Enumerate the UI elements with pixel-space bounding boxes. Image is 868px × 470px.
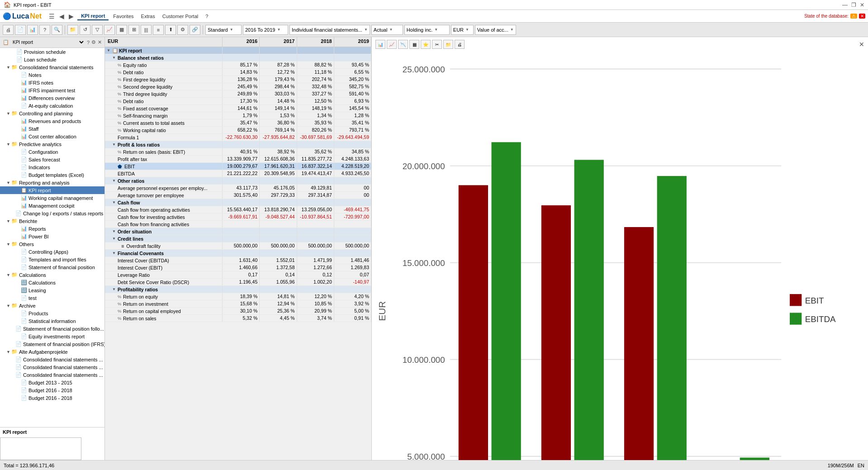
sidebar-footer-input[interactable] <box>0 437 81 460</box>
kpi-row-4-2[interactable]: Cash flow from financing activities <box>105 221 371 228</box>
sidebar-item-1[interactable]: 📄Loan schedule <box>0 56 104 63</box>
tree-toggle-29[interactable]: ▼ <box>6 273 10 277</box>
chart-tb-7[interactable]: 📁 <box>443 40 453 49</box>
chart-tb-3[interactable]: 📉 <box>398 40 408 49</box>
sidebar-item-19[interactable]: 📊Working capital management <box>0 194 104 202</box>
search-btn[interactable]: 🔍 <box>52 25 62 35</box>
sidebar-item-23[interactable]: 📊Reports <box>0 225 104 233</box>
kpi-row-3-0[interactable]: Average personnel expenses per employ...… <box>105 185 371 192</box>
sidebar-item-22[interactable]: ▼📁Berichte <box>0 217 104 225</box>
kpi-row-2-2[interactable]: ⬟EBIT19.000.279,6717.961.620,3116.837.32… <box>105 163 371 170</box>
kpi-row-4-0[interactable]: Cash flow from operating activities15.56… <box>105 206 371 214</box>
tb-table-btn[interactable]: ▦ <box>116 25 127 35</box>
minimize-btn[interactable]: — <box>842 2 848 8</box>
sidebar-item-11[interactable]: 📊Cost center allocation <box>0 133 104 140</box>
kpi-row-2-1[interactable]: Profit after tax13.339.909,7712.615.608,… <box>105 156 371 163</box>
sidebar-item-4[interactable]: 📊IFRS notes <box>0 79 104 86</box>
value-acc-dropdown[interactable]: Value of acc... ▼ <box>475 25 516 35</box>
help-btn[interactable]: ? <box>39 25 50 35</box>
sidebar-dropdown[interactable]: KPI report <box>11 39 85 45</box>
tree-toggle-25[interactable]: ▼ <box>6 242 10 247</box>
sidebar-item-41[interactable]: 📄Consolidated financial statements ... <box>0 363 104 371</box>
sidebar-item-32[interactable]: 📄test <box>0 294 104 302</box>
nav-fwd-btn[interactable]: ▶ <box>67 12 76 21</box>
tb-link-btn[interactable]: 🔗 <box>190 25 200 35</box>
kpi-section-toggle-1[interactable]: ▼ <box>112 56 116 60</box>
kpi-section-4[interactable]: ▼ Cash flow <box>105 199 371 206</box>
sidebar-settings-btn[interactable]: ⚙ <box>91 39 96 45</box>
kpi-section-5[interactable]: ▼ Order situation <box>105 228 371 235</box>
sidebar-item-26[interactable]: 📄Controlling (Apps) <box>0 248 104 256</box>
kpi-row-1-0[interactable]: %Equity ratio85,17 %87,28 %88,82 %93,45 … <box>105 62 371 69</box>
kpi-row-1-2[interactable]: %First degree liquidity136,28 %179,43 %2… <box>105 76 371 83</box>
kpi-row-8-1[interactable]: %Return on investment15,68 %12,94 %10,85… <box>105 300 371 308</box>
sidebar-item-5[interactable]: 📊IFRS impairment test <box>0 86 104 94</box>
sidebar-item-24[interactable]: 📊Power BI <box>0 233 104 240</box>
kpi-row-1-3[interactable]: %Second degree liquidity245,49 %298,44 %… <box>105 83 371 90</box>
holding-dropdown[interactable]: Holding inc. ▼ <box>404 25 450 35</box>
kpi-row-7-0[interactable]: Interest Cover (EBITDA)1.631,401.552,011… <box>105 257 371 264</box>
sidebar-item-7[interactable]: 📄At-equity calculation <box>0 102 104 109</box>
sidebar-item-38[interactable]: 📄Statement of financial position (IFRS) <box>0 340 104 348</box>
kpi-section-2[interactable]: ▼ Profit & loss ratios <box>105 141 371 148</box>
sidebar-item-16[interactable]: 📄Budget templates (Excel) <box>0 171 104 179</box>
sidebar-item-37[interactable]: 📄Equity investments report <box>0 332 104 340</box>
tree-toggle-17[interactable]: ▼ <box>6 180 10 185</box>
kpi-row-6-0[interactable]: ≡Overdraft facility500.000,00500.000,005… <box>105 242 371 250</box>
maximize-btn[interactable]: ❐ <box>851 2 856 8</box>
tree-toggle-39[interactable]: ▼ <box>6 350 10 354</box>
sidebar-item-10[interactable]: 📊Staff <box>0 125 104 133</box>
kpi-section-toggle-6[interactable]: ▼ <box>112 237 116 241</box>
kpi-row-7-2[interactable]: Leverage Ratio0,170,140,120,07 <box>105 271 371 279</box>
sidebar-item-25[interactable]: ▼📁Others <box>0 240 104 248</box>
kpi-section-toggle-7[interactable]: ▼ <box>112 251 116 255</box>
sidebar-item-2[interactable]: ▼📁Consolidated financial statements <box>0 63 104 71</box>
sidebar-item-28[interactable]: 📄Statement of financial position <box>0 263 104 271</box>
chart-tb-8[interactable]: 🖨 <box>455 40 465 49</box>
sidebar-item-45[interactable]: 📄Budget 2016 - 2018 <box>0 394 104 402</box>
sidebar-toggle[interactable]: ☰ <box>47 12 57 21</box>
kpi-row-2-0[interactable]: %Return on sales (basis: EBIT)40,91 %38,… <box>105 148 371 156</box>
tree-toggle-12[interactable]: ▼ <box>6 142 10 147</box>
kpi-row-3-1[interactable]: Average turnover per employee301.575,402… <box>105 192 371 199</box>
kpi-section-toggle-5[interactable]: ▼ <box>112 229 116 233</box>
sidebar-item-42[interactable]: 📄Consolidated financial statements ... <box>0 371 104 379</box>
kpi-section-toggle-4[interactable]: ▼ <box>112 200 116 204</box>
tb-chart-btn[interactable]: 📈 <box>104 25 115 35</box>
sidebar-item-34[interactable]: 📄Products <box>0 309 104 317</box>
chart-close-btn[interactable]: ✕ <box>859 41 864 48</box>
kpi-section-6[interactable]: ▼ Credit lines <box>105 235 371 242</box>
kpi-row-1-8[interactable]: %Current assets to total assets35,47 %36… <box>105 119 371 127</box>
tb-btn-2[interactable]: 📄 <box>15 25 26 35</box>
tree-toggle-2[interactable]: ▼ <box>6 65 10 70</box>
kpi-row-8-3[interactable]: %Return on sales5,32 %4,45 %3,74 %0,91 % <box>105 315 371 322</box>
sidebar-item-35[interactable]: 📄Statistical information <box>0 317 104 325</box>
chart-tb-4[interactable]: ▦ <box>409 40 419 49</box>
chart-tb-6[interactable]: ✂ <box>432 40 442 49</box>
tree-toggle-22[interactable]: ▼ <box>6 219 10 223</box>
sidebar-item-29[interactable]: ▼📁Calculations <box>0 271 104 279</box>
tb-settings-btn[interactable]: ⚙ <box>177 25 188 35</box>
close-btn[interactable]: ✕ <box>860 2 864 8</box>
chart-tb-1[interactable]: 📊 <box>375 40 385 49</box>
sidebar-item-0[interactable]: 📄Provision schedule <box>0 48 104 56</box>
tb-grid-btn[interactable]: ⊞ <box>128 25 139 35</box>
sidebar-close-btn[interactable]: ✕ <box>98 39 102 45</box>
sidebar-item-12[interactable]: ▼📁Predictive analytics <box>0 140 104 148</box>
kpi-section-3[interactable]: ▼ Other ratios <box>105 177 371 185</box>
sidebar-item-13[interactable]: 📄Configuration <box>0 148 104 156</box>
kpi-row-1-9[interactable]: %Working capital ratio658,22 %769,14 %82… <box>105 127 371 134</box>
kpi-row-2-3[interactable]: EBITDA21.221.222,2220.309.548,9519.474.4… <box>105 170 371 177</box>
sidebar-item-40[interactable]: 📄Consolidated financial statements ... <box>0 356 104 363</box>
sidebar-item-6[interactable]: 📊Differences overview <box>0 94 104 102</box>
menu-item-extras[interactable]: Extras <box>138 13 158 20</box>
actual-dropdown[interactable]: Actual ▼ <box>371 25 403 35</box>
menu-item-help[interactable]: ? <box>203 13 211 20</box>
sidebar-item-39[interactable]: ▼📁Alte Aufgabenprojekte <box>0 348 104 356</box>
kpi-row-1-6[interactable]: %Fixed asset coverage144,61 %149,14 %148… <box>105 105 371 112</box>
kpi-root-toggle[interactable]: ▼ <box>107 48 110 52</box>
sidebar-help-btn[interactable]: ? <box>87 40 90 45</box>
kpi-row-1-4[interactable]: %Third degree liquidity249,89 %303,03 %3… <box>105 90 371 98</box>
kpi-root-row[interactable]: ▼ 📋 KPI report <box>105 47 371 54</box>
sidebar-item-17[interactable]: ▼📁Reporting and analysis <box>0 179 104 186</box>
